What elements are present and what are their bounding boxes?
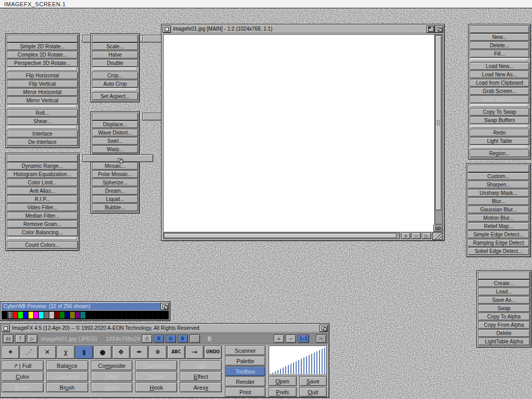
palette-item[interactable]: Polar Mosaic... <box>92 170 138 178</box>
distort-button[interactable]: Distort <box>135 371 177 381</box>
color-swatch[interactable] <box>127 312 131 318</box>
alpha-button[interactable]: Alpha <box>91 382 133 392</box>
brush-button[interactable]: Brush <box>46 382 88 392</box>
help-button[interactable]: ? <box>15 335 25 343</box>
vertical-scrollbar[interactable] <box>434 34 443 224</box>
open-button[interactable]: Open <box>269 376 297 386</box>
palette-item[interactable]: Save As... <box>478 296 530 304</box>
palette-item[interactable]: Load New... <box>470 62 529 70</box>
curve-tool-button[interactable]: χ <box>57 345 74 359</box>
close-icon[interactable] <box>92 113 138 121</box>
close-icon[interactable] <box>470 25 529 33</box>
palette-item[interactable]: Liquid... <box>92 195 138 203</box>
color-swatch[interactable] <box>60 312 64 318</box>
zoom-ratio-button[interactable]: 1:1 <box>298 335 309 343</box>
zoom-out-button[interactable]: − <box>411 232 421 239</box>
palette-item[interactable]: Spherize... <box>92 179 138 187</box>
palette-item[interactable]: Perspective 3D Rotate... <box>7 59 78 67</box>
color-swatch[interactable] <box>122 312 126 318</box>
print-button[interactable]: Print <box>225 387 265 397</box>
color-swatch[interactable] <box>137 312 142 318</box>
palette-item[interactable]: Swirl... <box>92 137 138 145</box>
red-channel-toggle[interactable]: R <box>154 335 164 343</box>
palette-item[interactable]: Load New As... <box>470 71 529 78</box>
pattern-range-button[interactable]: ~ <box>316 335 326 343</box>
zoom-in-button[interactable]: + <box>274 335 284 343</box>
palette-item[interactable]: Mosaic... <box>92 162 138 170</box>
palette-item[interactable]: Displace... <box>92 121 138 128</box>
palette-item[interactable]: Motion Blur... <box>468 214 529 222</box>
palette-item[interactable]: Median Filter... <box>7 212 78 220</box>
close-icon[interactable] <box>163 25 171 33</box>
palette-item[interactable]: Flip Horizontal <box>7 72 78 79</box>
depth-icon[interactable] <box>82 154 153 162</box>
color-swatch[interactable] <box>34 312 38 318</box>
color-swatch[interactable] <box>70 312 75 318</box>
size-titlebar[interactable]: Size <box>92 35 138 42</box>
effect-button[interactable]: Effect <box>180 371 222 381</box>
fill-tool-button[interactable]: ✒ <box>130 345 148 359</box>
undo-button[interactable]: UNDO <box>204 345 222 359</box>
palette-item[interactable]: Remove Grain... <box>7 220 78 228</box>
color-swatch[interactable] <box>18 312 23 318</box>
main-window-titlebar[interactable]: imagefx01.jpg [MAIN] - 1:2 (1024x768, 1:… <box>163 25 443 33</box>
cyberwb-titlebar[interactable]: CyberWB Preview: (32 of 256 shown) <box>2 303 169 310</box>
palette-item[interactable]: Region... <box>470 150 529 157</box>
palette-item[interactable]: Load... <box>478 288 530 296</box>
keymap-button[interactable]: ⌨ <box>433 225 443 232</box>
resize-handle-icon[interactable] <box>432 232 443 240</box>
color-swatch[interactable] <box>13 312 18 318</box>
color-swatch[interactable] <box>153 312 157 318</box>
text-tool-button[interactable]: ABC <box>167 345 185 359</box>
size-button[interactable]: Size <box>180 361 222 370</box>
color-swatch[interactable] <box>55 312 59 318</box>
oval-tool-button[interactable]: ● <box>94 345 111 359</box>
palette-item[interactable]: Sobel Edge Detect... <box>468 247 529 255</box>
color-swatch[interactable] <box>75 312 80 318</box>
filter-button[interactable]: Filter <box>91 371 133 381</box>
palette-item[interactable]: Copy From Alpha <box>478 321 530 329</box>
color-button[interactable]: Color <box>2 371 44 381</box>
line-tool-button[interactable]: ✕ <box>38 345 56 359</box>
close-icon[interactable] <box>92 35 138 43</box>
alpha-titlebar[interactable]: Alpha <box>478 272 530 279</box>
palette-item[interactable]: Simple 2D Rotate... <box>7 43 78 50</box>
palette-item[interactable]: Color Limit... <box>7 179 78 187</box>
palette-item[interactable]: Auto Crop <box>92 80 138 88</box>
palette-item[interactable]: Open MAGIC... <box>470 96 529 103</box>
screen-icon[interactable]: ⎙ <box>142 335 152 343</box>
filter-titlebar[interactable]: Filter <box>7 154 78 162</box>
airbrush-tool-button[interactable]: ⇝ <box>185 345 203 359</box>
palette-item[interactable]: Relief Map... <box>468 222 529 230</box>
palette-item[interactable]: Fill... <box>470 50 529 58</box>
buffer-titlebar[interactable]: Buffer <box>470 25 529 33</box>
zoom-gadget-icon[interactable] <box>427 25 435 33</box>
transform-button[interactable]: Transform <box>135 361 177 370</box>
palette-item[interactable]: Mirror Vertical <box>7 97 78 104</box>
hook-button[interactable]: Hook <box>135 382 177 392</box>
palette-item[interactable]: Double <box>92 59 138 67</box>
pattern-swatch-button[interactable] <box>190 335 200 343</box>
palette-button[interactable]: Palette <box>225 356 265 366</box>
close-icon[interactable] <box>478 272 530 280</box>
balance-button[interactable]: Balance <box>46 361 88 370</box>
palette-item[interactable]: Light Table <box>470 137 529 145</box>
zoom-in-button[interactable]: + <box>401 232 410 239</box>
palette-item[interactable]: Sharpen... <box>468 181 529 189</box>
zoom-out-button[interactable]: − <box>286 335 296 343</box>
color-swatch[interactable] <box>8 312 12 318</box>
close-icon[interactable] <box>468 165 529 172</box>
close-icon[interactable] <box>7 35 78 43</box>
palette-item[interactable]: Redo <box>470 129 529 137</box>
transform-titlebar[interactable]: Transform <box>7 35 78 42</box>
palette-item[interactable]: Custom... <box>468 172 529 180</box>
palette-item[interactable]: Simple Edge Detect... <box>468 231 529 238</box>
toolbox-button[interactable]: Toolbox <box>225 366 265 376</box>
freehand-tool-button[interactable]: ⋰ <box>20 345 37 359</box>
palette-item[interactable]: Halve <box>92 51 138 59</box>
buffer-button[interactable]: Buffer <box>2 382 44 392</box>
palette-item[interactable]: Gaussian Blur... <box>468 206 529 214</box>
color-swatch[interactable] <box>44 312 49 318</box>
palette-item[interactable]: Unsharp Mask... <box>468 189 529 197</box>
palette-item[interactable]: Set Aspect... <box>92 92 138 100</box>
